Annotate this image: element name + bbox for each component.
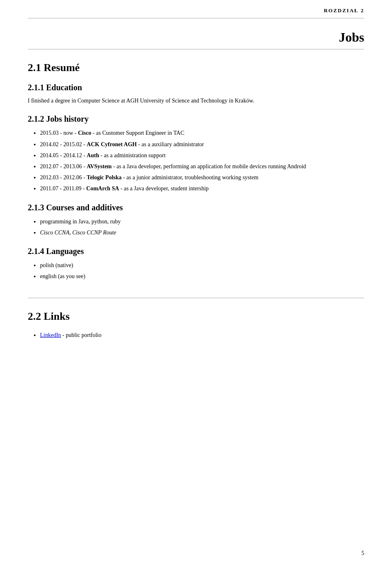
- list-item: 2015.03 - now - Cisco - as Customer Supp…: [40, 128, 364, 138]
- education-heading: 2.1.1 Education: [28, 83, 364, 92]
- page-container: ROZDZIAŁ 2 Jobs 2.1 Resumé 2.1.1 Educati…: [0, 0, 392, 564]
- company-name: ACK Cyfronet AGH: [87, 141, 137, 147]
- education-body: I finished a degree in Computer Science …: [28, 96, 364, 105]
- page-number: 5: [361, 550, 364, 557]
- links-section: 2.2 Links LinkedIn - public portfolio: [28, 310, 364, 340]
- jobs-history-list: 2015.03 - now - Cisco - as Customer Supp…: [28, 128, 364, 194]
- company-name: ComArch SA: [86, 185, 119, 192]
- list-item: programming in Java, python, ruby: [40, 216, 364, 227]
- list-item: 2014.05 - 2014.12 - Auth - as a administ…: [40, 150, 364, 161]
- list-item: 2011.07 - 2011.09 - ComArch SA - as a Ja…: [40, 183, 364, 194]
- company-name: Telogic Polska: [87, 174, 121, 181]
- links-list: LinkedIn - public portfolio: [28, 330, 364, 340]
- list-item: 2012.03 - 2012.06 - Telogic Polska - as …: [40, 172, 364, 183]
- languages-heading: 2.1.4 Languages: [28, 247, 364, 256]
- resume-heading: 2.1 Resumé: [28, 62, 364, 74]
- chapter-label: ROZDZIAŁ 2: [324, 7, 364, 14]
- courses-heading: 2.1.3 Courses and additives: [28, 203, 364, 212]
- jobs-title: Jobs: [339, 30, 364, 45]
- list-item: 2012.07 - 2013.06 - AVSystem - as a Java…: [40, 161, 364, 172]
- list-item: english (as you see): [40, 271, 364, 281]
- list-item: polish (native): [40, 260, 364, 270]
- company-name: Auth: [87, 152, 99, 158]
- courses-list: programming in Java, python, ruby Cisco …: [28, 216, 364, 238]
- header-area: ROZDZIAŁ 2: [28, 0, 364, 14]
- mid-rule: [28, 49, 364, 49]
- company-name: AVSystem: [87, 163, 111, 169]
- list-item: LinkedIn - public portfolio: [40, 330, 364, 340]
- bottom-rule: [28, 298, 364, 298]
- list-item: Cisco CCNA, Cisco CCNP Route: [40, 227, 364, 238]
- list-item: 2014.02 - 2015.02 - ACK Cyfronet AGH - a…: [40, 139, 364, 149]
- languages-list: polish (native) english (as you see): [28, 260, 364, 281]
- links-heading: 2.2 Links: [28, 310, 364, 323]
- company-name: Cisco: [78, 130, 91, 136]
- jobs-history-heading: 2.1.2 Jobs history: [28, 114, 364, 124]
- jobs-title-section: Jobs: [28, 18, 364, 49]
- linkedin-link[interactable]: LinkedIn: [40, 332, 61, 338]
